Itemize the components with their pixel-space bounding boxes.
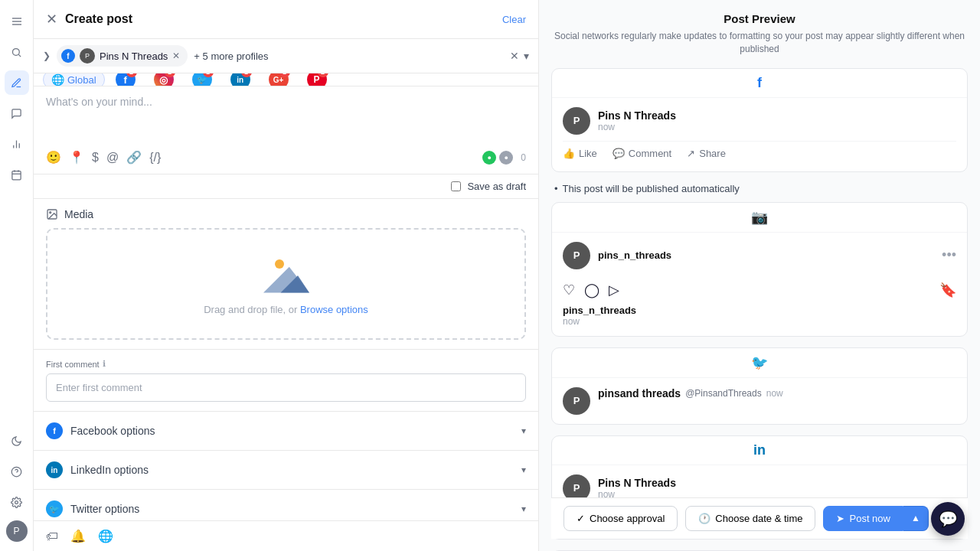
like-icon: 👍: [563, 148, 575, 159]
tab-instagram[interactable]: ◎ 1: [146, 73, 181, 86]
media-icon: [46, 208, 58, 220]
linkedin-tab-icon: in 1: [230, 73, 250, 86]
twitter-preview-logo: 🐦: [751, 354, 768, 371]
code-icon[interactable]: {/}: [149, 151, 161, 165]
tab-global[interactable]: 🌐 Global: [43, 73, 105, 86]
first-comment-section: First comment ℹ: [34, 350, 538, 412]
tab-twitter[interactable]: 🐦 1: [185, 73, 220, 86]
close-button[interactable]: ✕: [46, 11, 57, 28]
linkedin-preview-info: Pins N Threads now: [598, 477, 676, 500]
linkedin-options-chevron: ▾: [521, 465, 526, 475]
svg-point-14: [15, 500, 18, 504]
composer-toolbar: 🙂 📍 $ @ 🔗 {/} ● ● 0: [46, 150, 526, 165]
status-dot-green: ●: [482, 151, 496, 165]
facebook-preview-actions: 👍 Like 💬 Comment ↗ Share: [563, 141, 956, 162]
tab-pinterest[interactable]: P 2: [299, 73, 335, 86]
instagram-preview-body: P pins_n_threads ••• ♡ ◯ ▷ 🔖 pins_n_thre…: [552, 233, 967, 336]
facebook-preview-info: Pins N Threads now: [598, 109, 676, 132]
toolbar-tag-icon[interactable]: 🏷: [46, 530, 58, 543]
nav-analytics-icon[interactable]: [5, 132, 29, 156]
linkedin-options-header[interactable]: in LinkedIn options ▾: [34, 451, 538, 489]
nav-compose-icon[interactable]: [5, 70, 29, 95]
dropdown-profiles-icon[interactable]: ▾: [524, 50, 529, 62]
close-profiles-icon[interactable]: ✕: [510, 50, 519, 62]
nav-moon-icon[interactable]: [5, 429, 29, 453]
facebook-options-chevron: ▾: [521, 425, 526, 436]
first-comment-input[interactable]: [46, 373, 526, 402]
expand-button[interactable]: ❯: [43, 51, 51, 61]
linkedin-options-label: LinkedIn options: [70, 464, 149, 476]
location-icon[interactable]: 📍: [69, 150, 84, 165]
clear-button[interactable]: Clear: [502, 14, 526, 25]
remove-chip-button[interactable]: ✕: [172, 51, 180, 61]
composer-right: ● ● 0: [482, 151, 526, 165]
like-label: Like: [579, 148, 597, 159]
share-label: Share: [699, 148, 726, 159]
nav-settings-icon[interactable]: [5, 490, 29, 514]
instagram-preview-avatar: P: [563, 242, 590, 269]
ig-comment-icon[interactable]: ◯: [584, 282, 599, 298]
post-now-button[interactable]: ➤ Post now: [823, 506, 903, 531]
instagram-profile-row: P pins_n_threads: [563, 242, 671, 269]
more-profiles-button[interactable]: + 5 more profiles: [194, 51, 268, 62]
nav-help-icon[interactable]: [5, 459, 29, 484]
twitter-options-icon: 🐦: [46, 500, 63, 517]
tab-linkedin[interactable]: in 1: [223, 73, 258, 86]
auto-publish-note: This post will be published automaticall…: [551, 183, 968, 202]
nav-calendar-icon[interactable]: [5, 162, 29, 187]
comment-icon: 💬: [612, 148, 625, 159]
emoji-icon[interactable]: 🙂: [46, 150, 61, 165]
instagram-name-caption: pins_n_threads: [563, 305, 956, 316]
dollar-icon[interactable]: $: [92, 151, 99, 165]
nav-inbox-icon[interactable]: [5, 101, 29, 126]
instagram-more-options[interactable]: •••: [942, 247, 956, 263]
choose-date-time-button[interactable]: 🕐 Choose date & time: [685, 506, 815, 531]
ig-heart-icon[interactable]: ♡: [563, 282, 575, 298]
at-icon[interactable]: @: [106, 151, 119, 165]
linkedin-preview-name: Pins N Threads: [598, 477, 676, 489]
toolbar-globe-icon[interactable]: 🌐: [98, 529, 113, 543]
facebook-share-btn[interactable]: ↗ Share: [687, 148, 726, 159]
post-now-caret-button[interactable]: ▲: [903, 506, 929, 531]
choose-approval-button[interactable]: ✓ Choose approval: [564, 506, 678, 531]
drop-zone[interactable]: Drag and drop file, or Browse options: [46, 228, 526, 340]
nav-search-icon[interactable]: [5, 40, 29, 64]
panel-header: ✕ Create post Clear: [34, 0, 538, 39]
clock-icon: 🕐: [698, 513, 710, 524]
tab-global-label: Global: [67, 74, 96, 86]
tab-google[interactable]: G+ 1: [261, 73, 296, 86]
user-avatar[interactable]: P: [6, 520, 28, 542]
approval-icon: ✓: [577, 513, 585, 524]
link-icon[interactable]: 🔗: [126, 150, 142, 165]
facebook-like-btn[interactable]: 👍 Like: [563, 148, 597, 159]
facebook-comment-btn[interactable]: 💬 Comment: [612, 148, 671, 159]
composer: 🙂 📍 $ @ 🔗 {/} ● ● 0: [34, 86, 538, 174]
instagram-badge: 1: [165, 73, 175, 77]
post-now-send-icon: ➤: [836, 513, 844, 524]
facebook-preview-avatar: P: [563, 107, 590, 135]
save-draft-label[interactable]: Save as draft: [467, 181, 526, 192]
nav-menu-icon[interactable]: [5, 9, 29, 34]
twitter-options-label: Twitter options: [70, 503, 139, 515]
browse-options-link[interactable]: Browse options: [300, 304, 368, 315]
ig-share-icon[interactable]: ▷: [609, 282, 619, 298]
image-placeholder-icon: [263, 253, 309, 295]
profile-bar: ❯ f P Pins N Threads ✕ + 5 more profiles…: [34, 39, 538, 73]
save-draft-checkbox[interactable]: [451, 181, 461, 191]
linkedin-preview-logo: in: [753, 442, 766, 458]
chat-bubble-button[interactable]: 💬: [931, 502, 965, 536]
preview-panel: Post Preview Social networks regularly m…: [539, 0, 980, 551]
share-icon: ↗: [687, 148, 695, 159]
first-comment-label: First comment ℹ: [46, 359, 526, 369]
facebook-options-header[interactable]: f Facebook options ▾: [34, 412, 538, 450]
ig-bookmark-icon[interactable]: 🔖: [939, 282, 956, 298]
profile-chip[interactable]: f P Pins N Threads ✕: [57, 45, 188, 67]
facebook-preview-time: now: [598, 122, 676, 132]
instagram-preview-header: 📷: [552, 203, 967, 233]
tab-facebook[interactable]: f 2: [108, 73, 143, 86]
toolbar-notification-icon[interactable]: 🔔: [70, 529, 86, 543]
twitter-badge: 1: [203, 73, 214, 77]
composer-input[interactable]: [46, 96, 526, 142]
media-label: Media: [64, 208, 93, 220]
linkedin-options-icon: in: [46, 461, 63, 478]
